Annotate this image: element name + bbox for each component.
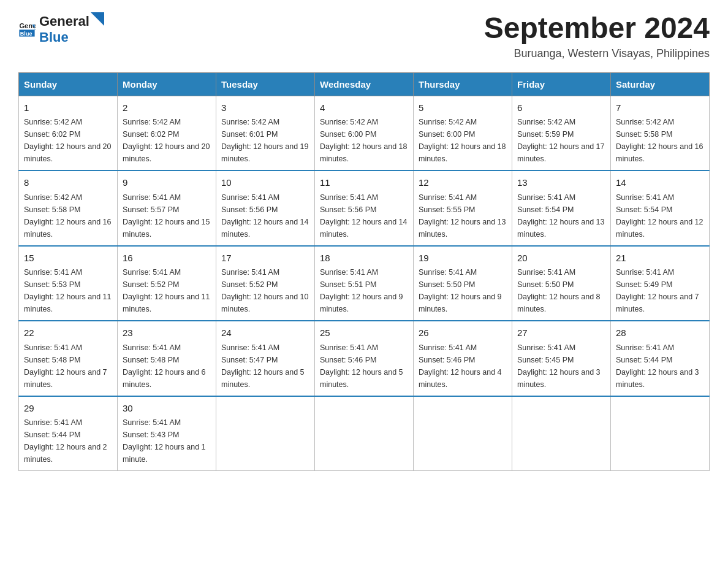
day-info: Sunrise: 5:41 AMSunset: 5:52 PMDaylight:…: [123, 268, 210, 313]
day-info: Sunrise: 5:41 AMSunset: 5:53 PMDaylight:…: [24, 268, 111, 313]
day-number: 3: [221, 101, 309, 115]
calendar-cell: 28 Sunrise: 5:41 AMSunset: 5:44 PMDaylig…: [611, 321, 710, 396]
day-number: 19: [419, 251, 507, 266]
calendar-cell: 24 Sunrise: 5:41 AMSunset: 5:47 PMDaylig…: [216, 321, 315, 396]
day-info: Sunrise: 5:41 AMSunset: 5:44 PMDaylight:…: [616, 343, 699, 389]
calendar-cell: 16 Sunrise: 5:41 AMSunset: 5:52 PMDaylig…: [118, 246, 216, 321]
calendar-cell: 15 Sunrise: 5:41 AMSunset: 5:53 PMDaylig…: [19, 246, 118, 321]
day-number: 1: [24, 101, 112, 115]
svg-text:Blue: Blue: [20, 31, 32, 37]
day-number: 16: [123, 251, 211, 266]
calendar-cell: 10 Sunrise: 5:41 AMSunset: 5:56 PMDaylig…: [216, 170, 315, 246]
day-info: Sunrise: 5:42 AMSunset: 6:02 PMDaylight:…: [24, 118, 111, 163]
page-subtitle: Buruanga, Western Visayas, Philippines: [484, 47, 710, 60]
day-number: 17: [221, 251, 309, 266]
day-number: 9: [123, 176, 211, 190]
calendar-cell: 19 Sunrise: 5:41 AMSunset: 5:50 PMDaylig…: [414, 246, 512, 321]
day-info: Sunrise: 5:41 AMSunset: 5:56 PMDaylight:…: [221, 193, 308, 239]
day-number: 11: [320, 176, 408, 190]
calendar-week-row: 29 Sunrise: 5:41 AMSunset: 5:44 PMDaylig…: [19, 396, 710, 471]
weekday-header-sunday: Sunday: [19, 72, 118, 96]
day-info: Sunrise: 5:41 AMSunset: 5:45 PMDaylight:…: [517, 343, 601, 389]
day-info: Sunrise: 5:41 AMSunset: 5:48 PMDaylight:…: [24, 343, 107, 389]
calendar-cell: 21 Sunrise: 5:41 AMSunset: 5:49 PMDaylig…: [611, 246, 710, 321]
calendar-cell: 6 Sunrise: 5:42 AMSunset: 5:59 PMDayligh…: [512, 96, 611, 170]
calendar-cell: 9 Sunrise: 5:41 AMSunset: 5:57 PMDayligh…: [118, 170, 216, 246]
day-number: 22: [24, 326, 112, 340]
logo-blue-text: Blue: [39, 29, 69, 45]
calendar-cell: 14 Sunrise: 5:41 AMSunset: 5:54 PMDaylig…: [611, 170, 710, 246]
weekday-header-friday: Friday: [512, 72, 611, 96]
day-info: Sunrise: 5:41 AMSunset: 5:43 PMDaylight:…: [123, 418, 206, 464]
calendar-cell: 30 Sunrise: 5:41 AMSunset: 5:43 PMDaylig…: [118, 396, 216, 471]
logo-general-text: General: [39, 13, 89, 29]
weekday-header-tuesday: Tuesday: [216, 72, 315, 96]
weekday-header-saturday: Saturday: [611, 72, 710, 96]
calendar-week-row: 8 Sunrise: 5:42 AMSunset: 5:58 PMDayligh…: [19, 170, 710, 246]
day-number: 5: [419, 101, 507, 115]
calendar-cell: 4 Sunrise: 5:42 AMSunset: 6:00 PMDayligh…: [315, 96, 414, 170]
calendar-cell: 5 Sunrise: 5:42 AMSunset: 6:00 PMDayligh…: [414, 96, 512, 170]
day-number: 28: [616, 326, 704, 340]
day-number: 24: [221, 326, 309, 340]
calendar-cell: 27 Sunrise: 5:41 AMSunset: 5:45 PMDaylig…: [512, 321, 611, 396]
title-section: September 2024 Buruanga, Western Visayas…: [484, 12, 710, 60]
day-number: 8: [24, 176, 112, 190]
calendar-cell: 7 Sunrise: 5:42 AMSunset: 5:58 PMDayligh…: [611, 96, 710, 170]
logo: General Blue General Blue: [18, 12, 104, 45]
day-number: 29: [24, 402, 112, 416]
day-info: Sunrise: 5:42 AMSunset: 6:00 PMDaylight:…: [419, 118, 506, 163]
day-info: Sunrise: 5:41 AMSunset: 5:54 PMDaylight:…: [517, 193, 604, 239]
calendar-cell: 2 Sunrise: 5:42 AMSunset: 6:02 PMDayligh…: [118, 96, 216, 170]
day-info: Sunrise: 5:41 AMSunset: 5:47 PMDaylight:…: [221, 343, 305, 389]
calendar-cell: 22 Sunrise: 5:41 AMSunset: 5:48 PMDaylig…: [19, 321, 118, 396]
calendar-cell: 29 Sunrise: 5:41 AMSunset: 5:44 PMDaylig…: [19, 396, 118, 471]
day-info: Sunrise: 5:41 AMSunset: 5:44 PMDaylight:…: [24, 418, 107, 464]
day-number: 21: [616, 251, 704, 266]
day-number: 7: [616, 101, 704, 115]
calendar-week-row: 22 Sunrise: 5:41 AMSunset: 5:48 PMDaylig…: [19, 321, 710, 396]
day-number: 25: [320, 326, 408, 340]
calendar-cell: 23 Sunrise: 5:41 AMSunset: 5:48 PMDaylig…: [118, 321, 216, 396]
day-number: 18: [320, 251, 408, 266]
weekday-header-wednesday: Wednesday: [315, 72, 414, 96]
calendar-cell: 25 Sunrise: 5:41 AMSunset: 5:46 PMDaylig…: [315, 321, 414, 396]
day-number: 26: [419, 326, 507, 340]
day-number: 23: [123, 326, 211, 340]
weekday-header-row: SundayMondayTuesdayWednesdayThursdayFrid…: [19, 72, 710, 96]
logo-triangle-icon: [91, 12, 104, 26]
day-number: 14: [616, 176, 704, 190]
calendar-cell: 3 Sunrise: 5:42 AMSunset: 6:01 PMDayligh…: [216, 96, 315, 170]
day-info: Sunrise: 5:41 AMSunset: 5:46 PMDaylight:…: [320, 343, 403, 389]
day-number: 12: [419, 176, 507, 190]
day-info: Sunrise: 5:41 AMSunset: 5:46 PMDaylight:…: [419, 343, 502, 389]
day-number: 15: [24, 251, 112, 266]
day-info: Sunrise: 5:41 AMSunset: 5:57 PMDaylight:…: [123, 193, 210, 239]
calendar-cell: 8 Sunrise: 5:42 AMSunset: 5:58 PMDayligh…: [19, 170, 118, 246]
svg-marker-4: [91, 12, 104, 26]
day-info: Sunrise: 5:42 AMSunset: 5:59 PMDaylight:…: [517, 118, 604, 163]
calendar-cell: [414, 396, 512, 471]
page-title: September 2024: [484, 12, 710, 45]
day-number: 30: [123, 402, 211, 416]
calendar-cell: [216, 396, 315, 471]
day-info: Sunrise: 5:41 AMSunset: 5:51 PMDaylight:…: [320, 268, 403, 313]
day-info: Sunrise: 5:41 AMSunset: 5:56 PMDaylight:…: [320, 193, 407, 239]
calendar-cell: [611, 396, 710, 471]
calendar-week-row: 15 Sunrise: 5:41 AMSunset: 5:53 PMDaylig…: [19, 246, 710, 321]
day-number: 4: [320, 101, 408, 115]
day-info: Sunrise: 5:42 AMSunset: 6:00 PMDaylight:…: [320, 118, 407, 163]
day-info: Sunrise: 5:41 AMSunset: 5:50 PMDaylight:…: [517, 268, 601, 313]
calendar-cell: 1 Sunrise: 5:42 AMSunset: 6:02 PMDayligh…: [19, 96, 118, 170]
day-info: Sunrise: 5:41 AMSunset: 5:54 PMDaylight:…: [616, 193, 703, 239]
calendar-table: SundayMondayTuesdayWednesdayThursdayFrid…: [18, 72, 710, 472]
day-info: Sunrise: 5:42 AMSunset: 5:58 PMDaylight:…: [24, 193, 111, 239]
weekday-header-thursday: Thursday: [414, 72, 512, 96]
calendar-cell: 26 Sunrise: 5:41 AMSunset: 5:46 PMDaylig…: [414, 321, 512, 396]
day-info: Sunrise: 5:41 AMSunset: 5:50 PMDaylight:…: [419, 268, 502, 313]
day-info: Sunrise: 5:41 AMSunset: 5:55 PMDaylight:…: [419, 193, 506, 239]
calendar-cell: 18 Sunrise: 5:41 AMSunset: 5:51 PMDaylig…: [315, 246, 414, 321]
calendar-cell: 17 Sunrise: 5:41 AMSunset: 5:52 PMDaylig…: [216, 246, 315, 321]
day-info: Sunrise: 5:41 AMSunset: 5:52 PMDaylight:…: [221, 268, 308, 313]
calendar-cell: [512, 396, 611, 471]
